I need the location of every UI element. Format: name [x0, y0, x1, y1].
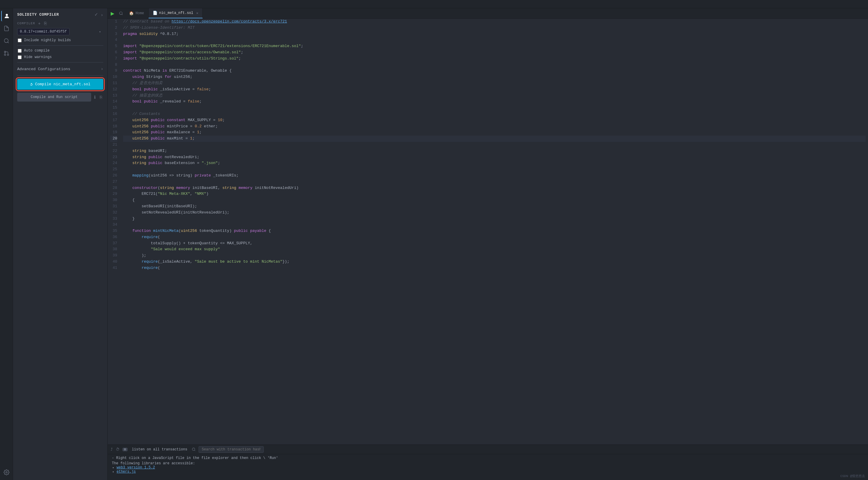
advanced-configurations-label: Advanced Configurations [17, 67, 70, 71]
nightly-builds-checkbox[interactable] [18, 38, 22, 42]
line-number: 33 [110, 216, 117, 222]
line-number: 28 [110, 185, 117, 191]
chevron-right-icon[interactable]: › [101, 11, 103, 18]
tab-file-label: nic_meta_nft.sol [159, 11, 193, 15]
line-number: 15 [110, 105, 117, 111]
line-number: 17 [110, 117, 117, 123]
code-editor[interactable]: 1234567891011121314151617181920212223242… [108, 19, 868, 445]
code-line: // Contract based on https://docs.openze… [123, 19, 866, 25]
code-line: } [123, 216, 866, 222]
line-number: 21 [110, 142, 117, 148]
compiler-label: COMPILER + ⎘ [17, 20, 103, 26]
code-line [123, 222, 866, 228]
line-number: 5 [110, 43, 117, 50]
top-bar [0, 0, 868, 8]
code-line: // SPDX-License-Identifier: MIT [123, 25, 866, 31]
nightly-builds-label: Include nightly builds [24, 38, 71, 42]
line-number: 25 [110, 167, 117, 173]
line-number: 22 [110, 148, 117, 154]
tab-home[interactable]: 🏠 Home [125, 8, 149, 18]
svg-line-9 [122, 14, 123, 15]
code-line: uint256 public maxBalance = 1; [123, 129, 866, 136]
bottom-toolbar: ⤴ ⏱ 0 listen on all transactions [108, 445, 868, 454]
divider-3 [17, 76, 103, 76]
chevron-right-icon: › [101, 67, 103, 71]
libraries-text: The following libraries are accessible: [112, 461, 864, 466]
check-icon[interactable]: ✓ [94, 11, 99, 18]
run-button[interactable]: ▶ [108, 11, 117, 16]
line-number: 36 [110, 234, 117, 240]
line-number: 10 [110, 74, 117, 80]
hide-warnings-label: Hide warnings [24, 55, 52, 59]
code-line: function mintNicMeta(uint256 tokenQuanti… [123, 228, 866, 234]
auto-compile-label: Auto compile [24, 49, 50, 53]
copy-icon[interactable]: ⎘ [98, 94, 103, 101]
code-line: constructor(string memory initBaseURI, s… [123, 185, 866, 191]
line-number: 38 [110, 246, 117, 252]
svg-point-0 [6, 14, 8, 16]
code-line: // 是否允许拍卖 [123, 80, 866, 87]
line-number: 3 [110, 31, 117, 37]
compiler-version-select[interactable]: 0.8.17+commit.8df45f5f [17, 28, 69, 35]
home-tab-icon: 🏠 [129, 11, 134, 16]
line-number: 11 [110, 80, 117, 87]
line-number: 13 [110, 93, 117, 99]
hide-warnings-checkbox[interactable] [18, 55, 22, 59]
transaction-badge: 0 [123, 448, 128, 451]
code-line [123, 167, 866, 173]
help-text: - Right click on a JavaScript file in th… [112, 456, 864, 460]
code-line: using Strings for uint256; [123, 74, 866, 80]
activity-icon-git[interactable] [1, 48, 12, 59]
svg-line-11 [194, 450, 195, 451]
compile-run-button[interactable]: Compile and Run script [17, 93, 91, 101]
info-icon[interactable]: ℹ [93, 94, 97, 101]
line-number: 32 [110, 210, 117, 216]
code-line: // Constants [123, 111, 866, 117]
auto-compile-checkbox[interactable] [18, 49, 22, 53]
compile-run-row: Compile and Run script ℹ ⎘ [17, 93, 103, 101]
code-line: import "@openzeppelin/contracts/utils/St… [123, 56, 866, 62]
lib1-link[interactable]: web3 version 1.5.2 [117, 466, 155, 470]
transaction-search-input[interactable] [198, 446, 264, 453]
code-line [123, 62, 866, 68]
watermark: CSDN @慢悠悠去 [840, 474, 865, 478]
search-tab-btn[interactable] [117, 11, 125, 16]
divider-1 [17, 45, 103, 46]
line-number: 31 [110, 204, 117, 210]
arrow-up-icon[interactable]: ⤴ [111, 447, 113, 452]
code-line: setNotRevealedURI(initNotRevealedUri); [123, 210, 866, 216]
line-number: 6 [110, 50, 117, 56]
line-number: 34 [110, 222, 117, 228]
editor-area: ▶ 🏠 Home 📄 nic_meta_nft.sol ✕ 1234567891… [108, 8, 868, 480]
code-line: mapping(uint256 => string) private _toke… [123, 173, 866, 179]
activity-icon-settings[interactable] [1, 467, 12, 478]
line-number: 23 [110, 154, 117, 160]
activity-icon-profile[interactable] [1, 11, 12, 21]
advanced-configurations-row[interactable]: Advanced Configurations › [17, 65, 103, 72]
tab-file[interactable]: 📄 nic_meta_nft.sol ✕ [149, 8, 203, 18]
activity-icon-files[interactable] [1, 23, 12, 34]
listen-label: listen on all transactions [130, 447, 189, 452]
sidebar-title-actions: ✓ › [94, 11, 103, 18]
code-line [123, 179, 866, 185]
auto-compile-row: Auto compile [17, 49, 103, 53]
line-numbers: 1234567891011121314151617181920212223242… [108, 19, 121, 445]
code-line: totalSupply() + tokenQuantity <= MAX_SUP… [123, 240, 866, 247]
line-number: 14 [110, 99, 117, 105]
clock-icon[interactable]: ⏱ [116, 447, 120, 452]
compile-button[interactable]: ↺ Compile nic_meta_nft.sol [17, 79, 103, 90]
line-number: 40 [110, 259, 117, 265]
bottom-content: - Right click on a JavaScript file in th… [108, 454, 868, 480]
add-compiler-btn[interactable]: + [38, 21, 41, 26]
code-link[interactable]: https://docs.openzeppelin.com/contracts/… [172, 19, 287, 24]
copy-compiler-btn[interactable]: ⎘ [43, 20, 48, 26]
activity-icon-search[interactable] [1, 35, 12, 46]
code-line [123, 105, 866, 111]
search-bottom-icon[interactable] [192, 447, 196, 451]
code-content[interactable]: // Contract based on https://docs.openze… [121, 19, 868, 445]
code-line: import "@openzeppelin/contracts/token/ER… [123, 43, 866, 50]
tab-close-button[interactable]: ✕ [196, 11, 198, 16]
code-line: setBaseURI(initBaseURI); [123, 204, 866, 210]
lib2-link[interactable]: ethers.js [117, 470, 136, 474]
refresh-icon: ↺ [28, 82, 34, 87]
